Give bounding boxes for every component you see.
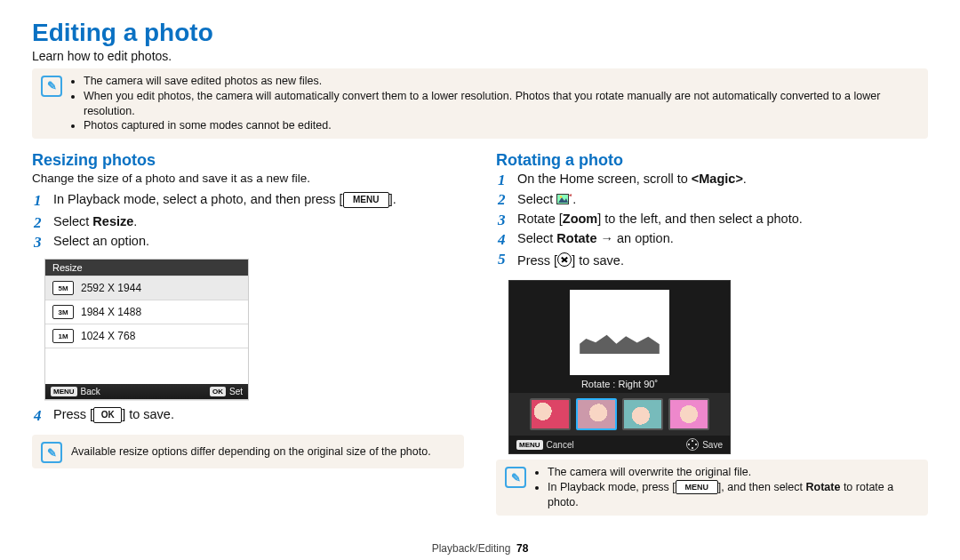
menu-button-icon: MENU — [343, 192, 389, 208]
rotate-ui-mock: Rotate : Right 90˚ MENUCancel Save — [508, 280, 731, 454]
menu-mini-icon: MENU — [51, 387, 77, 396]
rotate-thumb-4 — [668, 398, 709, 430]
intro-text: Learn how to edit photos. — [32, 49, 928, 63]
menu-mini-icon: MENU — [516, 440, 543, 450]
rotate-thumb-1 — [530, 398, 571, 430]
resize-note-box: ✎ Available resize options differ depend… — [32, 435, 464, 468]
resize-ui-footer: MENUBack OKSet — [45, 384, 248, 399]
resize-step-4: Press [OK] to save. — [32, 407, 464, 429]
note-icon: ✎ — [505, 467, 526, 488]
rotate-step-5: Press [] to save. — [496, 251, 928, 273]
resize-step-1: In Playback mode, select a photo, and th… — [32, 192, 464, 214]
mp-badge-5m: 5M — [52, 281, 74, 295]
rotate-option-label: Rotate : Right 90˚ — [509, 379, 730, 393]
rotate-heading: Rotating a photo — [496, 151, 928, 170]
right-column: Rotating a photo On the Home screen, scr… — [496, 151, 928, 516]
edit-photo-icon — [556, 193, 572, 205]
resize-step-2: Select Resize. — [32, 214, 464, 234]
resize-step-3: Select an option. — [32, 234, 464, 253]
rotate-note-2: In Playback mode, press [MENU], and then… — [548, 480, 919, 510]
rotate-step-4: Select Rotate → an option. — [496, 231, 928, 251]
resize-note-text: Available resize options differ dependin… — [71, 444, 431, 460]
resize-row-2-label: 1984 X 1488 — [81, 306, 141, 318]
top-note-3: Photos captured in some modes cannot be … — [84, 118, 919, 133]
resize-ui-title: Resize — [45, 260, 248, 276]
rotate-step-2: Select . — [496, 191, 928, 212]
rotate-preview-image — [570, 290, 669, 375]
resize-ui-mock: Resize 5M 2592 X 1944 3M 1984 X 1488 1M … — [44, 259, 249, 400]
resize-row-2: 3M 1984 X 1488 — [45, 300, 248, 324]
mp-badge-3m: 3M — [52, 305, 74, 319]
ok-mini-icon: OK — [210, 387, 226, 396]
resize-row-3-label: 1024 X 768 — [81, 330, 135, 342]
note-icon: ✎ — [41, 76, 62, 97]
left-column: Resizing photos Change the size of a pho… — [32, 151, 464, 516]
rotate-step-3: Rotate [Zoom] to the left, and then sele… — [496, 212, 928, 231]
svg-point-2 — [560, 196, 562, 198]
page-title: Editing a photo — [32, 20, 928, 47]
rotate-step-1: On the Home screen, scroll to <Magic>. — [496, 172, 928, 191]
top-note-1: The camera will save edited photos as ne… — [84, 74, 919, 89]
resize-heading: Resizing photos — [32, 151, 464, 170]
mp-badge-1m: 1M — [52, 329, 74, 343]
rotate-ui-footer: MENUCancel Save — [509, 436, 730, 453]
menu-button-icon: MENU — [676, 480, 718, 494]
rotate-thumb-2 — [576, 398, 617, 430]
rotate-note-box: ✎ The camera will overwrite the original… — [496, 460, 928, 516]
rotate-thumbs — [509, 393, 730, 436]
resize-desc: Change the size of a photo and save it a… — [32, 172, 464, 185]
resize-row-1-label: 2592 X 1944 — [81, 282, 141, 294]
page-footer: Playback/Editing 78 — [0, 542, 960, 555]
rotate-thumb-3 — [622, 398, 663, 430]
resize-row-3: 1M 1024 X 768 — [45, 324, 248, 348]
resize-row-1: 5M 2592 X 1944 — [45, 276, 248, 300]
shutter-icon — [557, 252, 572, 267]
top-note-box: ✎ The camera will save edited photos as … — [32, 68, 928, 140]
note-icon: ✎ — [41, 442, 62, 463]
dial-icon — [686, 438, 699, 451]
top-note-2: When you edit photos, the camera will au… — [84, 89, 919, 119]
ok-button-icon: OK — [93, 407, 122, 423]
rotate-note-1: The camera will overwrite the original f… — [548, 465, 919, 480]
